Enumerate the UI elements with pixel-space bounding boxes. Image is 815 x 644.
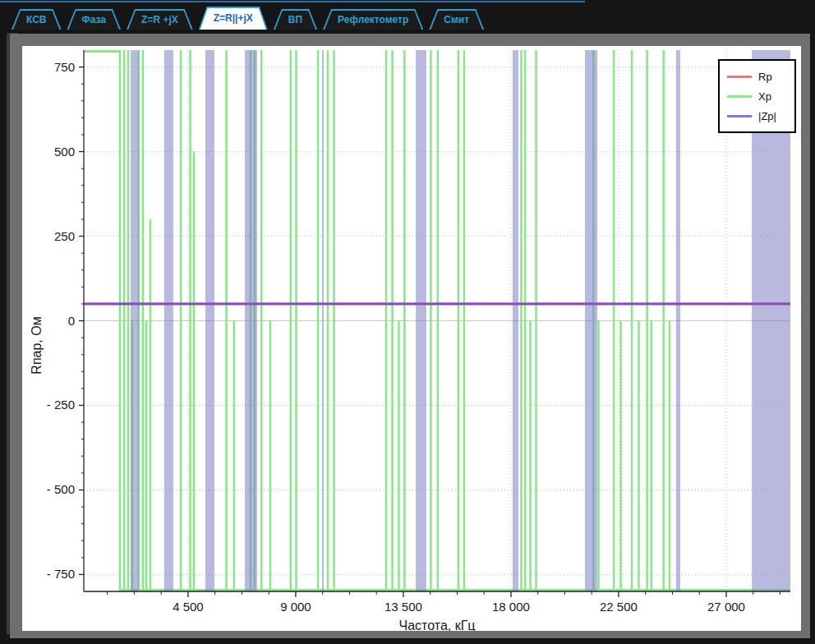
tab-z-series[interactable]: Z=R +jX <box>127 9 193 30</box>
legend-item-zp: |Zp| <box>727 106 788 126</box>
tab-vp[interactable]: ВП <box>274 9 317 30</box>
legend-item-rp: Rp <box>727 67 788 86</box>
tab-z-parallel[interactable]: Z=R||+jX <box>199 7 268 30</box>
tab-reflectometer[interactable]: Рефлектометр <box>323 9 423 30</box>
x-axis-title: Частота, кГц <box>398 619 475 631</box>
y-tick-label: 750 <box>54 60 75 74</box>
zp-saturation-band <box>513 50 518 591</box>
zp-saturation-band <box>322 50 324 591</box>
tab-z-parallel-label: Z=R||+jX <box>200 8 266 30</box>
zp-saturation-band <box>164 50 173 591</box>
x-tick-label: 9 000 <box>280 600 311 614</box>
chart-panel: 4 5009 00013 50018 00022 50027 000750500… <box>22 46 801 631</box>
tab-ksv-label: КСВ <box>13 11 60 30</box>
tab-reflectometer-label: Рефлектометр <box>325 11 421 30</box>
tab-faza[interactable]: Фаза <box>67 9 122 30</box>
zp-line-swatch <box>727 115 752 117</box>
tab-vp-label: ВП <box>275 11 315 30</box>
x-tick-label: 27 000 <box>707 600 745 614</box>
x-tick-label: 22 500 <box>600 600 638 614</box>
x-tick-label: 13 500 <box>384 600 422 614</box>
zp-saturation-band <box>676 50 680 591</box>
y-tick-label: 250 <box>54 229 75 243</box>
y-tick-label: 0 <box>68 314 75 328</box>
tab-ksv[interactable]: КСВ <box>12 9 62 30</box>
tab-z-series-label: Z=R +jX <box>128 11 191 30</box>
legend-label-xp: Xp <box>758 90 771 103</box>
xp-line-swatch <box>727 95 752 98</box>
tab-faza-label: Фаза <box>69 11 120 30</box>
legend-item-xp: Xp <box>727 86 788 106</box>
chart-legend: Rp Xp |Zp| <box>718 59 796 133</box>
y-tick-label: 500 <box>54 145 75 159</box>
zp-saturation-band <box>131 50 139 591</box>
zp-saturation-band <box>416 50 426 591</box>
y-tick-label: - 500 <box>47 482 75 496</box>
zp-saturation-band <box>245 50 257 591</box>
y-tick-label: - 750 <box>47 567 75 581</box>
x-tick-label: 18 000 <box>492 600 530 614</box>
x-tick-label: 4 500 <box>173 600 204 614</box>
tab-bar: КСВ Фаза Z=R +jX Z=R||+jX ВП Рефлектомет… <box>12 8 484 30</box>
rp-line-swatch <box>727 76 752 78</box>
zp-saturation-band <box>585 50 597 591</box>
tab-smith-label: Смит <box>431 11 482 30</box>
window-top-accent-line <box>0 1 585 2</box>
legend-label-rp: Rp <box>758 71 772 83</box>
zp-saturation-band <box>205 50 214 591</box>
legend-label-zp: |Zp| <box>758 110 776 122</box>
y-axis-title: Rпар, Ом <box>30 316 44 374</box>
tab-smith[interactable]: Смит <box>429 9 484 30</box>
impedance-chart[interactable]: 4 5009 00013 50018 00022 50027 000750500… <box>22 46 801 631</box>
y-tick-label: - 250 <box>47 398 75 412</box>
